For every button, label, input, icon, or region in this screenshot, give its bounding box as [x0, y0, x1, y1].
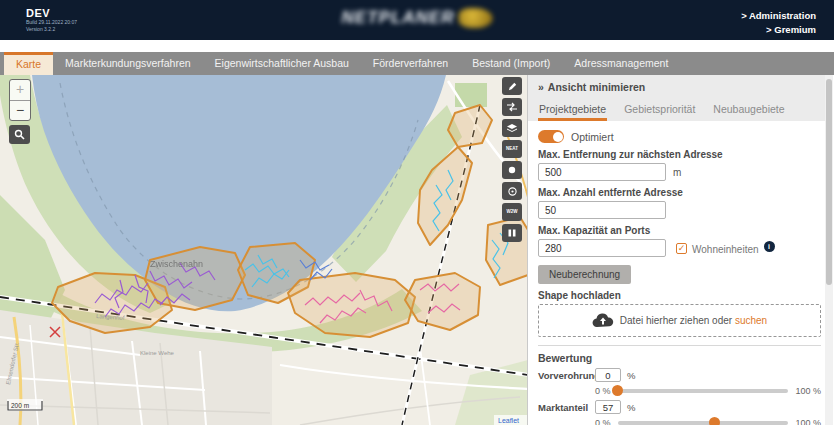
browse-link[interactable]: suchen — [735, 315, 767, 326]
locate-tool-button[interactable] — [502, 182, 522, 200]
optimiert-toggle[interactable] — [538, 130, 564, 143]
minimize-view-button[interactable]: »Ansicht minimieren — [538, 81, 823, 93]
map-toolbar: NEAT W2W — [502, 77, 522, 242]
search-icon — [14, 129, 25, 140]
wohneinheiten-checkbox[interactable]: ✓ — [676, 243, 687, 254]
map-scale-label: 200 m — [11, 402, 29, 409]
zoom-out-button[interactable]: − — [10, 100, 30, 120]
build-info: Build 29.11.2022 20:07 — [26, 19, 77, 26]
wohneinheiten-label: Wohneinheiten — [692, 244, 759, 255]
scrollbar-thumb[interactable] — [826, 79, 832, 285]
distance-unit-label: m — [673, 167, 681, 178]
count-field-label: Max. Anzahl entfernte Adresse — [538, 187, 821, 198]
marktanteil-max-label: 100 % — [795, 418, 821, 425]
tab-gebietsprioritaet[interactable]: Gebietspriorität — [623, 99, 696, 121]
count-input[interactable] — [538, 201, 666, 219]
vorverohrung-label: Vorverohrung — [538, 370, 595, 381]
tab-projektgebiete[interactable]: Projektgebiete — [538, 99, 607, 121]
swap-arrows-icon — [506, 102, 518, 112]
settings-panel: »Ansicht minimieren Projektgebiete Gebie… — [528, 75, 833, 425]
capacity-input[interactable] — [538, 239, 666, 257]
target-icon — [507, 186, 518, 197]
dropzone-text: Datei hierher ziehen oder — [620, 315, 732, 326]
w2w-tool-button[interactable]: W2W — [502, 203, 522, 221]
map-scale-bar: 200 m — [7, 399, 43, 411]
vorverohrung-max-label: 100 % — [795, 386, 821, 396]
upload-cloud-icon — [592, 313, 614, 328]
panel-body: Optimiert Max. Entfernung zur nächsten A… — [528, 121, 833, 425]
vorverohrung-input[interactable] — [595, 368, 621, 382]
distance-field-label: Max. Entfernung zur nächsten Adresse — [538, 149, 821, 160]
shape-upload-label: Shape hochladen — [538, 290, 821, 301]
circle-icon — [507, 165, 517, 175]
top-bar: DEV Build 29.11.2022 20:07 Version 3.2.2… — [0, 0, 834, 40]
tab-markterkundungsverfahren[interactable]: Markterkundungsverfahren — [53, 52, 202, 75]
rating-section-title: Bewertung — [538, 352, 821, 364]
minimize-view-label: Ansicht minimieren — [548, 81, 645, 93]
tab-adressmanagement[interactable]: Adressmanagement — [562, 52, 680, 75]
layers-icon — [506, 123, 518, 133]
panel-header: »Ansicht minimieren Projektgebiete Gebie… — [528, 75, 833, 121]
draw-tool-button[interactable] — [502, 77, 522, 95]
vorverohrung-slider-handle[interactable] — [612, 385, 623, 396]
neat-tool-button[interactable]: NEAT — [502, 140, 522, 158]
compare-tool-button[interactable] — [502, 98, 522, 116]
map-attribution-link: Leaflet — [498, 417, 519, 424]
tab-neubaugebiete[interactable]: Neubaugebiete — [712, 99, 785, 121]
zoom-in-button[interactable]: + — [10, 80, 30, 100]
panel-tab-bar: Projektgebiete Gebietspriorität Neubauge… — [538, 99, 823, 121]
double-chevron-icon: » — [538, 81, 544, 93]
marktanteil-input[interactable] — [595, 400, 621, 414]
marktanteil-label: Marktanteil — [538, 402, 595, 413]
main-tab-bar: Karte Markterkundungsverfahren Eigenwirt… — [0, 52, 834, 75]
capacity-field-label: Max. Kapazität an Ports — [538, 225, 821, 236]
environment-info: DEV Build 29.11.2022 20:07 Version 3.2.2 — [26, 7, 77, 33]
map-label-town: Zwischenahn — [150, 259, 203, 269]
environment-label: DEV — [26, 7, 77, 19]
marktanteil-min-label: 0 % — [595, 418, 611, 425]
map-label-street2: Kleine Wehe — [140, 350, 175, 356]
tab-bestand-import[interactable]: Bestand (Import) — [460, 52, 562, 75]
version-info: Version 3.2.2 — [26, 26, 77, 33]
optimiert-label: Optimiert — [571, 131, 614, 143]
panel-scrollbar[interactable] — [825, 75, 833, 425]
columns-icon — [507, 228, 517, 238]
vorverohrung-unit: % — [627, 370, 635, 381]
map-search-button[interactable] — [9, 125, 30, 144]
top-nav: > Administration > Gremium — [741, 9, 816, 37]
nav-administration-link[interactable]: > Administration — [741, 9, 816, 23]
nav-gremium-link[interactable]: > Gremium — [741, 23, 816, 37]
w2w-badge-icon: W2W — [507, 210, 518, 215]
header-gap — [0, 40, 834, 52]
vorverohrung-min-label: 0 % — [595, 386, 611, 396]
map-zoom-control: + − — [9, 79, 31, 121]
tab-karte[interactable]: Karte — [4, 52, 53, 75]
divider — [538, 345, 821, 346]
point-tool-button[interactable] — [502, 161, 522, 179]
split-tool-button[interactable] — [502, 224, 522, 242]
distance-input[interactable] — [538, 163, 666, 181]
app-logo: NETPLANER — [342, 8, 493, 28]
app-logo-mark — [458, 8, 492, 28]
marktanteil-unit: % — [627, 402, 635, 413]
file-dropzone[interactable]: Datei hierher ziehen oder suchen — [538, 304, 821, 337]
map-canvas[interactable]: Zwischenahn Langenhof Kleine Wehe Elmend… — [0, 75, 528, 425]
recalculate-button[interactable]: Neuberechnung — [538, 265, 631, 284]
neat-badge-icon: NEAT — [506, 147, 518, 152]
tab-eigenwirtschaftlicher-ausbau[interactable]: Eigenwirtschaftlicher Ausbau — [203, 52, 361, 75]
tab-foerderverfahren[interactable]: Förderverfahren — [361, 52, 460, 75]
marktanteil-slider[interactable] — [618, 421, 789, 425]
toggle-knob-icon — [553, 132, 563, 142]
info-badge-icon[interactable]: i — [764, 241, 775, 252]
layers-tool-button[interactable] — [502, 119, 522, 137]
map-attribution[interactable]: Leaflet — [494, 415, 528, 425]
map-basemap: Zwischenahn Langenhof Kleine Wehe Elmend… — [0, 75, 528, 425]
vorverohrung-slider[interactable] — [618, 389, 789, 393]
pencil-icon — [507, 81, 518, 92]
marktanteil-slider-handle[interactable] — [709, 417, 720, 425]
app-logo-text: NETPLANER — [342, 8, 455, 28]
